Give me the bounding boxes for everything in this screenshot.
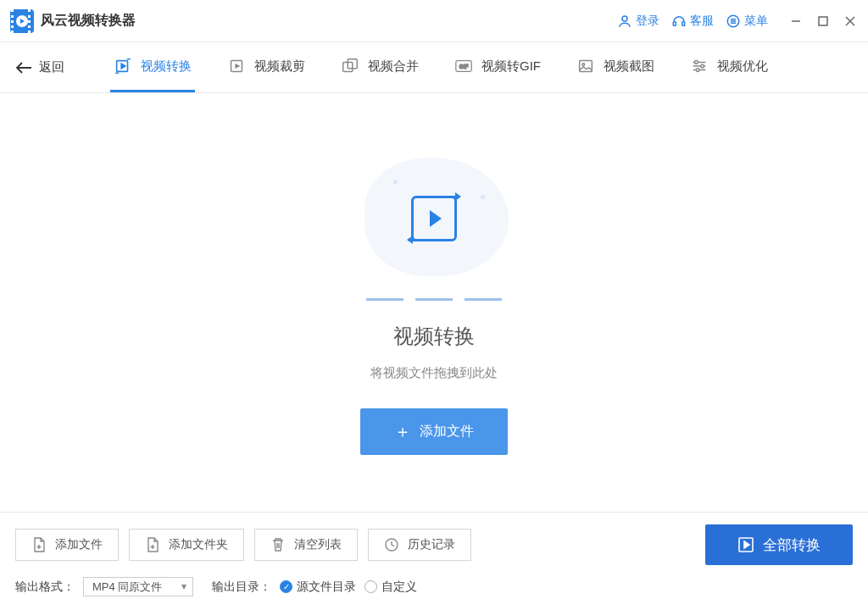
plus-icon: ＋ (394, 420, 411, 443)
headset-icon (671, 14, 687, 29)
login-link[interactable]: 登录 (617, 14, 659, 29)
merge-icon (341, 57, 359, 75)
output-dir-label: 输出目录： (212, 580, 271, 595)
add-folder-tool-button[interactable]: 添加文件夹 (129, 529, 244, 561)
tab-merge[interactable]: 视频合并 (337, 42, 422, 92)
minimize-button[interactable] (788, 14, 804, 29)
main-dropzone[interactable]: 视频转换 将视频文件拖拽到此处 ＋ 添加文件 (0, 93, 868, 512)
radio-source-dir[interactable]: 源文件目录 (280, 580, 356, 595)
tab-convert[interactable]: 视频转换 (110, 42, 195, 92)
folder-add-icon (145, 537, 160, 552)
play-icon (737, 536, 754, 553)
back-button[interactable]: 返回 (15, 59, 64, 75)
support-label: 客服 (690, 14, 714, 29)
gif-icon: GIF (454, 57, 473, 75)
svg-point-17 (701, 64, 704, 68)
main-title: 视频转换 (393, 323, 475, 350)
history-icon (384, 537, 399, 552)
main-subtitle: 将视频文件拖拽到此处 (370, 365, 498, 381)
radio-custom-dir[interactable]: 自定义 (364, 580, 417, 595)
tab-gif[interactable]: GIF 视频转GIF (451, 42, 544, 92)
convert-all-button[interactable]: 全部转换 (705, 524, 853, 565)
clear-list-button[interactable]: 清空列表 (254, 529, 358, 561)
radio-label: 自定义 (381, 580, 417, 595)
crop-icon (227, 57, 246, 75)
support-link[interactable]: 客服 (671, 14, 714, 29)
add-file-label: 添加文件 (420, 423, 474, 441)
close-button[interactable] (843, 14, 858, 29)
tab-label: 视频优化 (717, 58, 768, 75)
divider-dashes (366, 298, 502, 301)
convert-all-label: 全部转换 (763, 535, 821, 555)
convert-icon (114, 57, 132, 75)
tab-bar: 返回 视频转换 视频裁剪 视频合并 GIF 视频转GIF 视频截图 视频优化 (0, 42, 868, 93)
app-title: 风云视频转换器 (41, 12, 136, 30)
tab-label: 视频转换 (141, 58, 192, 75)
hero-illustration (349, 151, 519, 286)
menu-label: 菜单 (744, 14, 768, 29)
svg-text:GIF: GIF (459, 64, 469, 69)
tab-optimize[interactable]: 视频优化 (687, 42, 771, 92)
tab-label: 视频转GIF (481, 58, 541, 75)
svg-rect-14 (580, 61, 593, 72)
back-label: 返回 (39, 59, 64, 75)
tab-crop[interactable]: 视频裁剪 (224, 42, 309, 92)
optimize-icon (690, 57, 709, 75)
output-format-select[interactable]: MP4 同原文件 (83, 577, 193, 596)
convert-hero-icon (411, 196, 457, 241)
maximize-button[interactable] (815, 14, 831, 29)
history-button[interactable]: 历史记录 (368, 529, 471, 561)
svg-rect-5 (819, 17, 827, 25)
svg-rect-2 (682, 21, 685, 25)
bottom-toolbar: 添加文件 添加文件夹 清空列表 历史记录 全部转换 输出格式： (0, 512, 868, 610)
svg-point-16 (695, 61, 698, 64)
screenshot-icon (576, 57, 595, 75)
tab-screenshot[interactable]: 视频截图 (573, 42, 658, 92)
menu-link[interactable]: 菜单 (726, 14, 768, 29)
menu-icon (726, 14, 741, 29)
svg-point-15 (582, 64, 585, 66)
radio-unchecked-icon (364, 580, 377, 593)
login-label: 登录 (636, 14, 659, 29)
tab-label: 视频合并 (368, 58, 419, 75)
app-logo (10, 9, 34, 33)
radio-checked-icon (280, 580, 292, 593)
output-format-label: 输出格式： (15, 580, 75, 595)
file-add-icon (31, 537, 47, 552)
add-file-button[interactable]: ＋ 添加文件 (360, 408, 508, 455)
tool-label: 历史记录 (408, 537, 455, 552)
tool-label: 添加文件 (55, 537, 103, 552)
svg-point-0 (622, 16, 627, 21)
trash-icon (270, 537, 286, 552)
svg-rect-1 (673, 21, 676, 25)
add-file-tool-button[interactable]: 添加文件 (15, 529, 119, 561)
tool-label: 添加文件夹 (169, 537, 228, 552)
svg-point-18 (696, 69, 699, 72)
radio-label: 源文件目录 (297, 580, 356, 595)
user-icon (617, 14, 632, 29)
tab-label: 视频截图 (604, 58, 654, 75)
titlebar: 风云视频转换器 登录 客服 菜单 (0, 0, 868, 42)
tool-label: 清空列表 (294, 537, 342, 552)
tab-label: 视频裁剪 (254, 58, 305, 75)
